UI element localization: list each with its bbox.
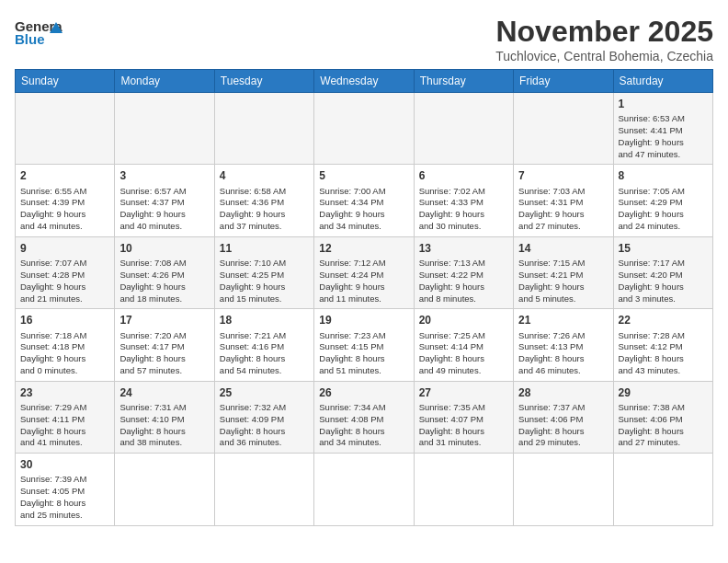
day-info: Sunrise: 7:35 AM Sunset: 4:07 PM Dayligh… [419, 402, 508, 449]
calendar-cell: 2Sunrise: 6:55 AM Sunset: 4:39 PM Daylig… [16, 165, 115, 236]
weekday-wednesday: Wednesday [314, 70, 414, 93]
day-number: 12 [319, 241, 408, 256]
day-info: Sunrise: 7:37 AM Sunset: 4:06 PM Dayligh… [518, 402, 608, 449]
calendar-week-0: 1Sunrise: 6:53 AM Sunset: 4:41 PM Daylig… [16, 93, 713, 165]
day-info: Sunrise: 7:17 AM Sunset: 4:20 PM Dayligh… [619, 258, 708, 304]
calendar-cell [414, 454, 513, 525]
day-number: 21 [518, 313, 608, 327]
day-info: Sunrise: 7:25 AM Sunset: 4:14 PM Dayligh… [419, 330, 508, 377]
calendar-cell: 29Sunrise: 7:38 AM Sunset: 4:06 PM Dayli… [613, 381, 712, 453]
day-number: 9 [20, 241, 109, 256]
day-info: Sunrise: 7:31 AM Sunset: 4:10 PM Dayligh… [119, 402, 209, 449]
day-number: 1 [619, 97, 708, 111]
calendar-cell: 20Sunrise: 7:25 AM Sunset: 4:14 PM Dayli… [414, 309, 513, 381]
calendar-table: SundayMondayTuesdayWednesdayThursdayFrid… [15, 69, 713, 526]
day-number: 5 [319, 168, 408, 183]
day-number: 4 [220, 168, 309, 183]
day-number: 14 [518, 241, 608, 256]
calendar-body: 1Sunrise: 6:53 AM Sunset: 4:41 PM Daylig… [16, 93, 713, 526]
logo-icon: General Blue [15, 15, 63, 55]
calendar-cell: 17Sunrise: 7:20 AM Sunset: 4:17 PM Dayli… [115, 309, 214, 381]
day-info: Sunrise: 7:39 AM Sunset: 4:05 PM Dayligh… [20, 474, 109, 521]
day-info: Sunrise: 7:21 AM Sunset: 4:16 PM Dayligh… [220, 330, 309, 377]
calendar-cell: 16Sunrise: 7:18 AM Sunset: 4:18 PM Dayli… [16, 309, 115, 381]
calendar-cell: 22Sunrise: 7:28 AM Sunset: 4:12 PM Dayli… [613, 309, 712, 381]
day-info: Sunrise: 7:32 AM Sunset: 4:09 PM Dayligh… [220, 402, 309, 449]
calendar-week-1: 2Sunrise: 6:55 AM Sunset: 4:39 PM Daylig… [16, 165, 713, 236]
calendar-cell: 8Sunrise: 7:05 AM Sunset: 4:29 PM Daylig… [613, 165, 712, 236]
calendar-cell: 19Sunrise: 7:23 AM Sunset: 4:15 PM Dayli… [314, 309, 414, 381]
calendar-cell: 9Sunrise: 7:07 AM Sunset: 4:28 PM Daylig… [16, 236, 115, 308]
day-number: 3 [119, 168, 209, 183]
calendar-cell [314, 93, 414, 165]
calendar-cell [115, 93, 214, 165]
calendar-cell: 12Sunrise: 7:12 AM Sunset: 4:24 PM Dayli… [314, 236, 414, 308]
day-info: Sunrise: 7:15 AM Sunset: 4:21 PM Dayligh… [518, 258, 608, 304]
day-info: Sunrise: 7:02 AM Sunset: 4:33 PM Dayligh… [419, 186, 508, 233]
day-number: 29 [619, 385, 708, 400]
calendar-cell: 13Sunrise: 7:13 AM Sunset: 4:22 PM Dayli… [414, 236, 513, 308]
day-info: Sunrise: 7:13 AM Sunset: 4:22 PM Dayligh… [419, 258, 508, 304]
day-number: 19 [319, 313, 408, 327]
day-number: 28 [518, 385, 608, 400]
day-number: 24 [119, 385, 209, 400]
day-info: Sunrise: 7:20 AM Sunset: 4:17 PM Dayligh… [119, 330, 209, 377]
weekday-monday: Monday [115, 70, 214, 93]
day-number: 7 [518, 168, 608, 183]
day-info: Sunrise: 7:10 AM Sunset: 4:25 PM Dayligh… [220, 258, 309, 304]
page-header: General Blue November 2025 Tuchlovice, C… [15, 15, 713, 63]
calendar-cell: 18Sunrise: 7:21 AM Sunset: 4:16 PM Dayli… [214, 309, 313, 381]
calendar-cell [314, 454, 414, 525]
day-number: 25 [220, 385, 309, 400]
calendar-cell: 28Sunrise: 7:37 AM Sunset: 4:06 PM Dayli… [514, 381, 613, 453]
calendar-cell: 7Sunrise: 7:03 AM Sunset: 4:31 PM Daylig… [514, 165, 613, 236]
calendar-cell: 25Sunrise: 7:32 AM Sunset: 4:09 PM Dayli… [214, 381, 313, 453]
calendar-cell: 10Sunrise: 7:08 AM Sunset: 4:26 PM Dayli… [115, 236, 214, 308]
day-info: Sunrise: 6:55 AM Sunset: 4:39 PM Dayligh… [20, 186, 109, 233]
calendar-cell: 1Sunrise: 6:53 AM Sunset: 4:41 PM Daylig… [613, 93, 712, 165]
day-info: Sunrise: 7:26 AM Sunset: 4:13 PM Dayligh… [518, 330, 608, 377]
day-info: Sunrise: 7:03 AM Sunset: 4:31 PM Dayligh… [518, 186, 608, 233]
calendar-cell [16, 93, 115, 165]
day-info: Sunrise: 7:05 AM Sunset: 4:29 PM Dayligh… [619, 186, 708, 233]
weekday-tuesday: Tuesday [214, 70, 313, 93]
day-number: 10 [119, 241, 209, 256]
calendar-week-4: 23Sunrise: 7:29 AM Sunset: 4:11 PM Dayli… [16, 381, 713, 453]
calendar-cell: 27Sunrise: 7:35 AM Sunset: 4:07 PM Dayli… [414, 381, 513, 453]
calendar-cell: 14Sunrise: 7:15 AM Sunset: 4:21 PM Dayli… [514, 236, 613, 308]
weekday-sunday: Sunday [16, 70, 115, 93]
title-area: November 2025 Tuchlovice, Central Bohemi… [495, 15, 713, 63]
calendar-cell [115, 454, 214, 525]
day-number: 23 [20, 385, 109, 400]
calendar-cell: 15Sunrise: 7:17 AM Sunset: 4:20 PM Dayli… [613, 236, 712, 308]
day-number: 17 [119, 313, 209, 327]
day-info: Sunrise: 7:12 AM Sunset: 4:24 PM Dayligh… [319, 258, 408, 304]
svg-text:Blue: Blue [15, 31, 45, 47]
day-info: Sunrise: 7:08 AM Sunset: 4:26 PM Dayligh… [119, 258, 209, 304]
calendar-cell: 3Sunrise: 6:57 AM Sunset: 4:37 PM Daylig… [115, 165, 214, 236]
day-number: 18 [220, 313, 309, 327]
day-number: 11 [220, 241, 309, 256]
day-info: Sunrise: 7:34 AM Sunset: 4:08 PM Dayligh… [319, 402, 408, 449]
day-info: Sunrise: 7:38 AM Sunset: 4:06 PM Dayligh… [619, 402, 708, 449]
day-number: 27 [419, 385, 508, 400]
day-info: Sunrise: 6:57 AM Sunset: 4:37 PM Dayligh… [119, 186, 209, 233]
calendar-cell: 21Sunrise: 7:26 AM Sunset: 4:13 PM Dayli… [514, 309, 613, 381]
day-number: 16 [20, 313, 109, 327]
day-info: Sunrise: 6:58 AM Sunset: 4:36 PM Dayligh… [220, 186, 309, 233]
weekday-friday: Friday [514, 70, 613, 93]
calendar-cell [613, 454, 712, 525]
weekday-saturday: Saturday [613, 70, 712, 93]
calendar-cell: 26Sunrise: 7:34 AM Sunset: 4:08 PM Dayli… [314, 381, 414, 453]
day-info: Sunrise: 7:07 AM Sunset: 4:28 PM Dayligh… [20, 258, 109, 304]
day-info: Sunrise: 7:00 AM Sunset: 4:34 PM Dayligh… [319, 186, 408, 233]
day-info: Sunrise: 7:28 AM Sunset: 4:12 PM Dayligh… [619, 330, 708, 377]
day-number: 8 [619, 168, 708, 183]
day-number: 20 [419, 313, 508, 327]
calendar-cell [414, 93, 513, 165]
day-number: 6 [419, 168, 508, 183]
day-number: 22 [619, 313, 708, 327]
day-number: 13 [419, 241, 508, 256]
logo: General Blue [15, 15, 63, 55]
day-info: Sunrise: 7:23 AM Sunset: 4:15 PM Dayligh… [319, 330, 408, 377]
